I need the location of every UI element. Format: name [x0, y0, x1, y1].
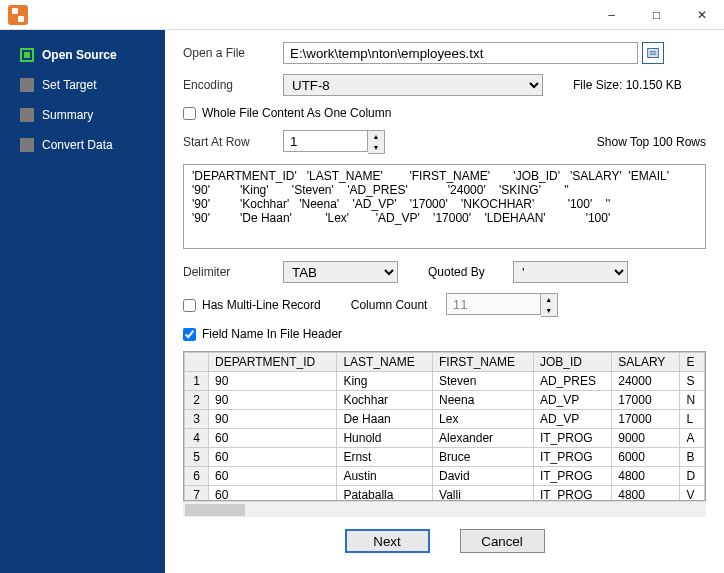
table-cell: AD_VP [533, 410, 611, 429]
table-cell: L [680, 410, 705, 429]
table-cell: Pataballa [337, 486, 433, 502]
table-cell: AD_PRES [533, 372, 611, 391]
table-cell: 4800 [612, 486, 680, 502]
main-panel: Open a File Encoding UTF-8 File Size: 10… [165, 30, 724, 573]
table-cell: Kochhar [337, 391, 433, 410]
table-cell: De Haan [337, 410, 433, 429]
table-cell: David [433, 467, 534, 486]
row-number-cell: 5 [185, 448, 209, 467]
next-button[interactable]: Next [345, 529, 430, 553]
table-cell: 90 [209, 410, 337, 429]
fieldname-header-checkbox[interactable] [183, 328, 196, 341]
wizard-sidebar: Open SourceSet TargetSummaryConvert Data [0, 30, 165, 573]
encoding-label: Encoding [183, 78, 283, 92]
table-cell: King [337, 372, 433, 391]
table-cell: Steven [433, 372, 534, 391]
start-row-down[interactable]: ▼ [368, 142, 384, 153]
titlebar: – □ ✕ [0, 0, 724, 30]
step-node-icon [20, 138, 34, 152]
table-cell: Lex [433, 410, 534, 429]
table-cell: B [680, 448, 705, 467]
table-row[interactable]: 290KochharNeenaAD_VP17000N [185, 391, 705, 410]
encoding-select[interactable]: UTF-8 [283, 74, 543, 96]
column-header[interactable]: DEPARTMENT_ID [209, 353, 337, 372]
data-table: DEPARTMENT_IDLAST_NAMEFIRST_NAMEJOB_IDSA… [184, 352, 705, 501]
table-h-scrollbar[interactable] [183, 501, 706, 517]
table-cell: 60 [209, 467, 337, 486]
sidebar-item-label: Open Source [42, 48, 117, 62]
row-number-header [185, 353, 209, 372]
table-cell: Bruce [433, 448, 534, 467]
table-cell: 24000 [612, 372, 680, 391]
column-header[interactable]: FIRST_NAME [433, 353, 534, 372]
browse-file-button[interactable] [642, 42, 664, 64]
file-size-label: File Size: 10.150 KB [573, 78, 682, 92]
data-table-wrap[interactable]: DEPARTMENT_IDLAST_NAMEFIRST_NAMEJOB_IDSA… [183, 351, 706, 501]
table-cell: 9000 [612, 429, 680, 448]
table-cell: 90 [209, 391, 337, 410]
table-cell: 17000 [612, 391, 680, 410]
sidebar-item-label: Summary [42, 108, 93, 122]
start-row-input[interactable] [283, 130, 368, 152]
row-number-cell: 3 [185, 410, 209, 429]
step-node-icon [20, 108, 34, 122]
table-cell: D [680, 467, 705, 486]
table-cell: 17000 [612, 410, 680, 429]
table-row[interactable]: 460HunoldAlexanderIT_PROG9000A [185, 429, 705, 448]
column-count-down[interactable]: ▼ [541, 305, 557, 316]
sidebar-item-open-source[interactable]: Open Source [0, 40, 165, 70]
minimize-button[interactable]: – [589, 0, 634, 30]
table-cell: AD_VP [533, 391, 611, 410]
table-cell: 60 [209, 429, 337, 448]
cancel-button[interactable]: Cancel [460, 529, 545, 553]
column-header[interactable]: E [680, 353, 705, 372]
table-row[interactable]: 190KingStevenAD_PRES24000S [185, 372, 705, 391]
table-row[interactable]: 660AustinDavidIT_PROG4800D [185, 467, 705, 486]
start-row-label: Start At Row [183, 135, 283, 149]
table-cell: 60 [209, 448, 337, 467]
table-cell: A [680, 429, 705, 448]
column-header[interactable]: SALARY [612, 353, 680, 372]
table-cell: Austin [337, 467, 433, 486]
delimiter-select[interactable]: TAB [283, 261, 398, 283]
column-header[interactable]: LAST_NAME [337, 353, 433, 372]
open-file-label: Open a File [183, 46, 283, 60]
table-cell: Hunold [337, 429, 433, 448]
table-cell: 90 [209, 372, 337, 391]
column-count-input[interactable] [446, 293, 541, 315]
table-cell: IT_PROG [533, 429, 611, 448]
raw-preview-box[interactable]: 'DEPARTMENT_ID' 'LAST_NAME' 'FIRST_NAME'… [183, 164, 706, 249]
whole-file-checkbox[interactable] [183, 107, 196, 120]
sidebar-item-label: Convert Data [42, 138, 113, 152]
sidebar-item-summary[interactable]: Summary [0, 100, 165, 130]
step-node-icon [20, 48, 34, 62]
whole-file-label: Whole File Content As One Column [202, 106, 391, 120]
folder-open-icon [646, 46, 660, 60]
column-header[interactable]: JOB_ID [533, 353, 611, 372]
table-cell: Neena [433, 391, 534, 410]
table-cell: IT_PROG [533, 448, 611, 467]
table-row[interactable]: 390De HaanLexAD_VP17000L [185, 410, 705, 429]
column-count-up[interactable]: ▲ [541, 294, 557, 305]
table-cell: IT_PROG [533, 486, 611, 502]
show-top-label: Show Top 100 Rows [597, 135, 706, 149]
table-row[interactable]: 760PataballaValliIT_PROG4800V [185, 486, 705, 502]
table-cell: IT_PROG [533, 467, 611, 486]
file-path-input[interactable] [283, 42, 638, 64]
sidebar-item-convert-data[interactable]: Convert Data [0, 130, 165, 160]
start-row-up[interactable]: ▲ [368, 131, 384, 142]
sidebar-item-label: Set Target [42, 78, 96, 92]
table-cell: V [680, 486, 705, 502]
quoted-by-select[interactable]: ' [513, 261, 628, 283]
delimiter-label: Delimiter [183, 265, 283, 279]
row-number-cell: 7 [185, 486, 209, 502]
row-number-cell: 1 [185, 372, 209, 391]
close-button[interactable]: ✕ [679, 0, 724, 30]
table-cell: 60 [209, 486, 337, 502]
table-row[interactable]: 560ErnstBruceIT_PROG6000B [185, 448, 705, 467]
fieldname-header-label: Field Name In File Header [202, 327, 342, 341]
multiline-checkbox[interactable] [183, 299, 196, 312]
sidebar-item-set-target[interactable]: Set Target [0, 70, 165, 100]
table-cell: N [680, 391, 705, 410]
maximize-button[interactable]: □ [634, 0, 679, 30]
